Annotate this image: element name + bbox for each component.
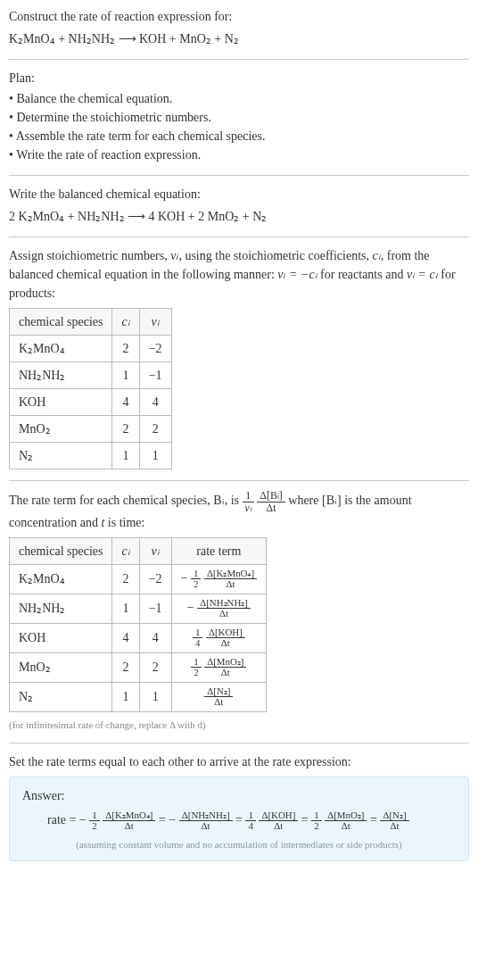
equals: = bbox=[159, 813, 169, 826]
cell-species: MnO₂ bbox=[10, 416, 112, 443]
cell-c: 2 bbox=[112, 336, 139, 362]
rateterm-section: The rate term for each chemical species,… bbox=[9, 490, 469, 732]
rateterm-table: chemical species cᵢ νᵢ rate term K₂MnO₄ … bbox=[9, 537, 267, 712]
cell-c: 4 bbox=[112, 623, 139, 652]
cell-nu: −1 bbox=[139, 594, 171, 623]
den: Δt bbox=[204, 697, 233, 707]
rate-label: rate = bbox=[47, 813, 79, 826]
cell-species: N₂ bbox=[10, 443, 112, 469]
table-row: MnO₂22 bbox=[10, 416, 172, 443]
den: Δt bbox=[259, 821, 298, 831]
cell-nu: 2 bbox=[139, 416, 171, 443]
cell-rate: Δ[N₂]Δt bbox=[171, 682, 267, 711]
cell-species: NH₂NH₂ bbox=[10, 594, 112, 623]
den: Δt bbox=[257, 502, 285, 514]
cell-species: N₂ bbox=[10, 682, 112, 711]
coef-frac: 12 bbox=[191, 569, 201, 590]
equals: = bbox=[301, 813, 311, 826]
num: Δ[Bᵢ] bbox=[257, 490, 285, 502]
den: νᵢ bbox=[243, 502, 254, 514]
plan-item: Determine the stoichiometric numbers. bbox=[9, 108, 469, 127]
sign: − bbox=[79, 813, 87, 826]
plan-list: Balance the chemical equation. Determine… bbox=[9, 89, 469, 164]
cell-nu: 4 bbox=[139, 389, 171, 416]
rateterm-text: The rate term for each chemical species,… bbox=[9, 490, 469, 532]
sign: − bbox=[181, 571, 188, 585]
cell-c: 1 bbox=[112, 443, 139, 469]
rule-products: νᵢ = cᵢ bbox=[407, 268, 438, 281]
den: Δt bbox=[204, 579, 257, 589]
stoich-text: Assign stoichiometric numbers, νᵢ, using… bbox=[9, 246, 469, 303]
col-nu: νᵢ bbox=[139, 309, 171, 336]
divider bbox=[9, 175, 469, 176]
delta-frac: Δ[K₂MnO₄]Δt bbox=[103, 810, 155, 832]
table-row: NH₂NH₂1−1 bbox=[10, 362, 172, 389]
plan-heading: Plan: bbox=[9, 69, 469, 87]
delta-frac: Δ[MnO₂]Δt bbox=[204, 657, 246, 678]
answer-box: Answer: rate = − 12 Δ[K₂MnO₄]Δt = − Δ[NH… bbox=[9, 777, 469, 861]
equals: = bbox=[370, 813, 380, 826]
table-row: K₂MnO₄ 2 −2 − 12 Δ[K₂MnO₄]Δt bbox=[10, 565, 267, 594]
cell-c: 2 bbox=[112, 565, 139, 594]
den: Δt bbox=[197, 609, 251, 619]
ci-symbol: cᵢ bbox=[373, 249, 381, 262]
plan-item: Assemble the rate term for each chemical… bbox=[9, 127, 469, 145]
cell-rate: 14 Δ[KOH]Δt bbox=[171, 623, 267, 652]
den: Δt bbox=[204, 668, 246, 677]
coef-frac: 14 bbox=[245, 810, 255, 832]
table-header-row: chemical species cᵢ νᵢ rate term bbox=[10, 538, 267, 565]
answer-note: (assuming constant volume and no accumul… bbox=[22, 837, 456, 852]
rateterm-note: (for infinitesimal rate of change, repla… bbox=[9, 718, 469, 733]
coef-frac: 12 bbox=[311, 810, 321, 832]
delta-frac: Δ[KOH]Δt bbox=[206, 627, 245, 649]
final-section: Set the rate terms equal to each other t… bbox=[9, 752, 469, 861]
cell-species: NH₂NH₂ bbox=[10, 362, 112, 389]
delta-frac: Δ[KOH]Δt bbox=[259, 810, 298, 832]
cell-species: MnO₂ bbox=[10, 652, 112, 682]
col-c: cᵢ bbox=[112, 309, 139, 336]
table-row: KOH 4 4 14 Δ[KOH]Δt bbox=[10, 623, 267, 652]
delta-frac: Δ[MnO₂]Δt bbox=[325, 810, 367, 832]
cell-c: 1 bbox=[112, 362, 139, 389]
text: , using the stoichiometric coefficients, bbox=[178, 249, 372, 262]
answer-label: Answer: bbox=[22, 786, 456, 805]
cell-nu: −1 bbox=[139, 362, 171, 389]
col-rate: rate term bbox=[171, 538, 267, 565]
col-nu: νᵢ bbox=[139, 538, 171, 565]
cell-c: 2 bbox=[112, 416, 139, 443]
table-header-row: chemical species cᵢ νᵢ bbox=[10, 309, 172, 336]
den: Δt bbox=[103, 821, 155, 831]
cell-nu: 1 bbox=[139, 443, 171, 469]
coef-frac: 12 bbox=[89, 810, 99, 832]
divider bbox=[9, 237, 469, 237]
den: 2 bbox=[89, 821, 99, 831]
cell-c: 1 bbox=[112, 594, 139, 623]
table-row: MnO₂ 2 2 12 Δ[MnO₂]Δt bbox=[10, 652, 267, 682]
delta-frac: Δ[K₂MnO₄]Δt bbox=[204, 569, 257, 590]
final-lead: Set the rate terms equal to each other t… bbox=[9, 752, 469, 771]
stoich-section: Assign stoichiometric numbers, νᵢ, using… bbox=[9, 246, 469, 469]
den: 2 bbox=[191, 579, 201, 589]
col-species: chemical species bbox=[10, 309, 112, 336]
rule-reactants: νᵢ = −cᵢ bbox=[277, 268, 317, 281]
cell-nu: 4 bbox=[139, 623, 171, 652]
coef-frac: 12 bbox=[191, 657, 201, 678]
frac-one-over-nu: 1νᵢ bbox=[243, 490, 254, 513]
balanced-lead: Write the balanced chemical equation: bbox=[9, 185, 469, 203]
text: The rate term for each chemical species,… bbox=[9, 494, 243, 507]
cell-rate: − Δ[NH₂NH₂]Δt bbox=[171, 594, 267, 623]
den: Δt bbox=[206, 638, 245, 648]
cell-species: K₂MnO₄ bbox=[10, 336, 112, 362]
sign: − bbox=[169, 813, 176, 826]
cell-c: 4 bbox=[112, 389, 139, 416]
col-c: cᵢ bbox=[112, 538, 139, 565]
cell-nu: −2 bbox=[139, 565, 171, 594]
equals: = bbox=[235, 813, 245, 826]
table-row: N₂ 1 1 Δ[N₂]Δt bbox=[10, 682, 267, 711]
text: for reactants and bbox=[317, 268, 407, 281]
balanced-section: Write the balanced chemical equation: 2 … bbox=[9, 185, 469, 226]
cell-rate: 12 Δ[MnO₂]Δt bbox=[171, 652, 267, 682]
col-species: chemical species bbox=[10, 538, 112, 565]
table-row: K₂MnO₄2−2 bbox=[10, 336, 172, 362]
text: is time: bbox=[104, 516, 144, 529]
